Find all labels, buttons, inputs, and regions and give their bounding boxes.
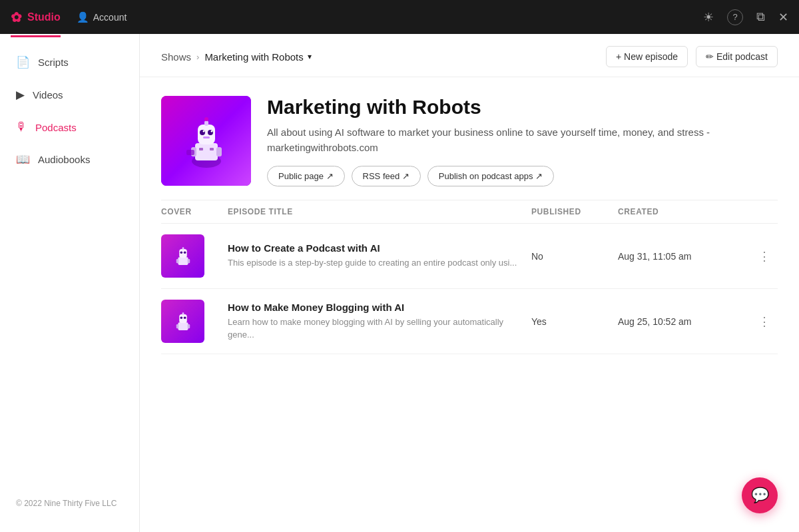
svg-rect-3 [216, 147, 222, 156]
svg-rect-24 [187, 324, 190, 328]
sidebar-label-scripts: Scripts [38, 57, 69, 68]
app-layout: 📄 Scripts ▶ Videos 🎙 Podcasts 📖 Audioboo… [0, 34, 799, 532]
public-page-button[interactable]: Public page ↗ [267, 166, 345, 186]
episode-1-published: No [531, 251, 618, 262]
main-content: Shows › Marketing with Robots ▾ + New ep… [140, 34, 799, 532]
podcast-title: Marketing with Robots [267, 96, 778, 119]
episode-1-cover [161, 234, 228, 278]
topbar-right: ☀ ? ⧉ ✕ [703, 9, 788, 25]
rss-feed-button[interactable]: RSS feed ↗ [352, 166, 421, 186]
breadcrumb-current-label: Marketing with Robots [204, 51, 303, 63]
sidebar-label-audiobooks: Audiobooks [38, 154, 90, 165]
svg-rect-18 [179, 248, 187, 257]
breadcrumb-chevron: › [196, 52, 199, 62]
svg-rect-13 [199, 148, 203, 150]
sidebar: 📄 Scripts ▶ Videos 🎙 Podcasts 📖 Audioboo… [0, 34, 140, 532]
videos-icon: ▶ [16, 88, 25, 102]
episode-1-thumb-image [161, 234, 204, 278]
close-icon[interactable]: ✕ [778, 10, 788, 25]
svg-rect-12 [186, 150, 194, 155]
edit-podcast-button[interactable]: ✏ Edit podcast [696, 46, 778, 67]
sidebar-item-videos[interactable]: ▶ Videos [0, 80, 139, 110]
svg-point-27 [183, 316, 186, 319]
chat-bubble-button[interactable]: 💬 [742, 477, 778, 513]
studio-label: Studio [27, 11, 61, 23]
col-cover: COVER [161, 207, 228, 216]
breadcrumb-bar: Shows › Marketing with Robots ▾ + New ep… [140, 34, 799, 77]
podcast-description: All about using AI software to market yo… [267, 125, 733, 155]
topbar-left: ✿ Studio 👤 Account [11, 9, 127, 25]
sidebar-item-audiobooks[interactable]: 📖 Audiobooks [0, 144, 139, 174]
svg-rect-22 [178, 322, 188, 330]
svg-rect-10 [204, 121, 208, 126]
account-nav[interactable]: 👤 Account [77, 11, 127, 23]
audiobooks-icon: 📖 [16, 152, 30, 166]
svg-rect-1 [195, 143, 218, 160]
new-episode-label: + New episode [616, 51, 678, 62]
episode-2-created: Aug 25, 10:52 am [618, 316, 751, 327]
sidebar-footer: © 2022 Nine Thirty Five LLC [0, 488, 139, 519]
podcast-robot-illustration [176, 111, 236, 171]
episode-2-thumbnail [161, 300, 204, 343]
podcast-cover-image [161, 96, 251, 186]
copyright-text: © 2022 Nine Thirty Five LLC [16, 499, 117, 508]
svg-rect-15 [178, 257, 188, 265]
svg-rect-16 [176, 259, 178, 263]
account-person-icon: 👤 [77, 11, 89, 23]
sidebar-label-videos: Videos [33, 89, 63, 101]
sidebar-item-podcasts[interactable]: 🎙 Podcasts [0, 113, 139, 142]
col-created: CREATED [618, 207, 751, 216]
table-header: COVER EPISODE TITLE PUBLISHED CREATED [161, 200, 778, 224]
svg-point-20 [183, 251, 186, 254]
episode-1-description: This episode is a step-by-step guide to … [228, 257, 521, 269]
sidebar-item-scripts[interactable]: 📄 Scripts [0, 47, 139, 77]
episode-2-title: How to Make Money Blogging with AI [228, 302, 521, 313]
podcast-buttons: Public page ↗ RSS feed ↗ Publish on podc… [267, 166, 778, 186]
public-page-label: Public page ↗ [278, 171, 334, 181]
scripts-icon: 📄 [16, 55, 30, 69]
publish-apps-button[interactable]: Publish on podcast apps ↗ [427, 166, 554, 186]
col-actions [751, 207, 778, 216]
new-episode-button[interactable]: + New episode [606, 46, 688, 67]
shows-link[interactable]: Shows [161, 51, 191, 63]
svg-point-26 [180, 316, 182, 319]
publish-apps-label: Publish on podcast apps ↗ [439, 171, 543, 181]
episode-1-thumbnail [161, 234, 204, 278]
episode-2-info: How to Make Money Blogging with AI Learn… [228, 302, 531, 340]
external-link-icon[interactable]: ⧉ [756, 10, 765, 24]
podcast-cover [161, 96, 251, 186]
episode-1-robot-icon [170, 243, 196, 270]
col-published: PUBLISHED [531, 207, 618, 216]
episode-1-title: How to Create a Podcast with AI [228, 242, 521, 254]
episode-2-description: Learn how to make money blogging with AI… [228, 316, 521, 340]
episode-2-thumb-image [161, 300, 204, 343]
episode-1-created: Aug 31, 11:05 am [618, 251, 751, 262]
svg-point-11 [204, 117, 208, 121]
breadcrumb-dropdown-icon: ▾ [308, 52, 312, 61]
podcast-info: Marketing with Robots All about using AI… [267, 96, 778, 186]
svg-rect-25 [179, 314, 187, 322]
edit-podcast-label: ✏ Edit podcast [706, 51, 768, 62]
studio-logo-icon: ✿ [11, 9, 22, 25]
svg-rect-4 [198, 125, 215, 144]
episode-1-info: How to Create a Podcast with AI This epi… [228, 242, 531, 269]
svg-rect-17 [187, 259, 190, 263]
breadcrumb-actions: + New episode ✏ Edit podcast [606, 46, 778, 67]
table-row: How to Make Money Blogging with AI Learn… [161, 289, 778, 354]
episode-1-menu-button[interactable]: ⋮ [751, 249, 778, 264]
svg-point-19 [180, 251, 182, 254]
episode-2-cover [161, 300, 228, 343]
sun-icon[interactable]: ☀ [703, 10, 714, 25]
svg-point-7 [202, 130, 204, 132]
svg-point-8 [210, 130, 212, 132]
episode-2-robot-icon [170, 308, 196, 335]
podcasts-icon: 🎙 [16, 121, 27, 134]
svg-rect-23 [176, 324, 178, 328]
studio-nav[interactable]: ✿ Studio [11, 9, 61, 25]
episode-2-menu-button[interactable]: ⋮ [751, 314, 778, 329]
breadcrumb-current[interactable]: Marketing with Robots ▾ [204, 51, 311, 63]
col-episode-title: EPISODE TITLE [228, 207, 531, 216]
help-icon[interactable]: ? [727, 9, 743, 25]
rss-feed-label: RSS feed ↗ [363, 171, 409, 181]
podcast-header: Marketing with Robots All about using AI… [140, 77, 799, 200]
